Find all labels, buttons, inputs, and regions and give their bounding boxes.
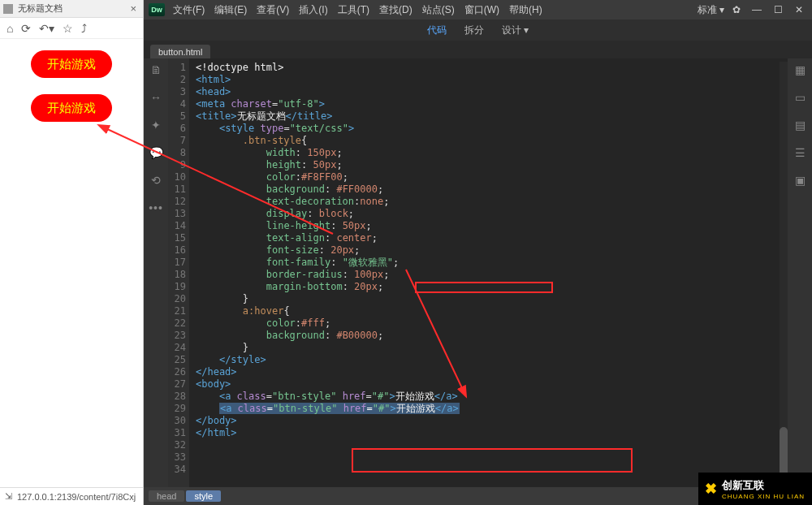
code-editor[interactable]: 1234567891011121314151617181920212223242… bbox=[168, 58, 788, 487]
panel-icon-2[interactable]: ▭ bbox=[795, 91, 806, 104]
select-icon[interactable]: ↔ bbox=[150, 91, 162, 104]
browser-tab-bar: 无标题文档 × bbox=[0, 0, 143, 18]
preview-button-1[interactable]: 开始游戏 bbox=[31, 50, 112, 78]
menu-站点(S)[interactable]: 站点(S) bbox=[417, 2, 460, 17]
document-tab[interactable]: button.html bbox=[150, 45, 210, 58]
right-toolbar: ▦ ▭ ▤ ☰ ▣ bbox=[788, 58, 812, 487]
favicon-icon bbox=[3, 4, 13, 14]
dreamweaver-window: Dw 文件(F)编辑(E)查看(V)插入(I)工具(T)查找(D)站点(S)窗口… bbox=[144, 0, 812, 505]
menu-查看(V)[interactable]: 查看(V) bbox=[252, 2, 294, 17]
menu-文件(F)[interactable]: 文件(F) bbox=[168, 2, 209, 17]
left-toolbar: 🗎 ↔ ✦ 💬 ⟲ ••• bbox=[144, 58, 168, 487]
scrollbar-vertical[interactable] bbox=[780, 62, 788, 486]
preview-button-2[interactable]: 开始游戏 bbox=[31, 94, 112, 122]
brand-sub: CHUANG XIN HU LIAN bbox=[722, 493, 805, 500]
browser-status-bar: ⇲ 127.0.0.1:2139/content/7i8Cxj bbox=[0, 487, 143, 505]
reload-icon[interactable]: ⟳ bbox=[21, 22, 31, 35]
corner-watermark: ✖ 创新互联 CHUANG XIN HU LIAN bbox=[698, 473, 812, 505]
window-controls: — ☐ ✕ bbox=[749, 4, 807, 15]
crumb-head[interactable]: head bbox=[149, 490, 184, 502]
brand-name: 创新互联 bbox=[722, 478, 805, 493]
minimize-button[interactable]: — bbox=[749, 4, 765, 15]
share-icon[interactable]: ⤴ bbox=[81, 22, 87, 35]
undo-icon[interactable]: ↶▾ bbox=[39, 22, 54, 35]
maximize-button[interactable]: ☐ bbox=[770, 4, 786, 15]
browser-tab-title: 无标题文档 bbox=[18, 2, 122, 15]
view-split[interactable]: 拆分 bbox=[464, 24, 484, 37]
menu-插入(I)[interactable]: 插入(I) bbox=[294, 2, 332, 17]
panel-icon-4[interactable]: ☰ bbox=[795, 146, 806, 159]
browser-url: 127.0.0.1:2139/content/7i8Cxj bbox=[17, 492, 136, 502]
dw-logo-icon: Dw bbox=[149, 3, 165, 16]
panel-icon-3[interactable]: ▤ bbox=[795, 119, 806, 132]
browser-nav-bar: ⌂ ⟳ ↶▾ ☆ ⤴ bbox=[0, 18, 143, 39]
resize-icon: ⇲ bbox=[5, 491, 12, 502]
close-button[interactable]: ✕ bbox=[791, 4, 807, 15]
tab-close-button[interactable]: × bbox=[127, 2, 140, 15]
menu-窗口(W)[interactable]: 窗口(W) bbox=[460, 2, 504, 17]
view-code[interactable]: 代码 bbox=[427, 24, 447, 37]
magic-icon[interactable]: ✦ bbox=[151, 119, 161, 132]
browser-preview-panel: 无标题文档 × ⌂ ⟳ ↶▾ ☆ ⤴ 开始游戏 开始游戏 ⇲ 127.0.0.1… bbox=[0, 0, 144, 505]
main-menu-bar: Dw 文件(F)编辑(E)查看(V)插入(I)工具(T)查找(D)站点(S)窗口… bbox=[144, 0, 812, 19]
menu-查找(D)[interactable]: 查找(D) bbox=[374, 2, 417, 17]
view-switcher: 代码 拆分 设计 ▾ bbox=[144, 19, 812, 41]
document-tab-row: button.html bbox=[144, 41, 812, 58]
logo-mark-icon: ✖ bbox=[705, 480, 717, 498]
home-icon[interactable]: ⌂ bbox=[6, 22, 13, 35]
preview-viewport: 开始游戏 开始游戏 bbox=[0, 39, 143, 487]
menu-编辑(E)[interactable]: 编辑(E) bbox=[209, 2, 252, 17]
star-icon[interactable]: ☆ bbox=[63, 22, 73, 35]
chat-icon[interactable]: 💬 bbox=[149, 146, 163, 159]
more-icon[interactable]: ••• bbox=[149, 201, 163, 214]
menu-帮助(H)[interactable]: 帮助(H) bbox=[504, 2, 547, 17]
settings-icon[interactable]: ✿ bbox=[732, 4, 741, 15]
workspace-switcher[interactable]: 标准 ▾ bbox=[698, 3, 724, 17]
file-icon[interactable]: 🗎 bbox=[150, 63, 162, 76]
panel-icon-1[interactable]: ▦ bbox=[795, 63, 806, 76]
crumb-style[interactable]: style bbox=[186, 490, 221, 502]
view-design[interactable]: 设计 ▾ bbox=[502, 24, 529, 37]
menu-工具(T)[interactable]: 工具(T) bbox=[333, 2, 374, 17]
panel-icon-5[interactable]: ▣ bbox=[795, 174, 806, 187]
refresh-icon[interactable]: ⟲ bbox=[151, 174, 161, 187]
